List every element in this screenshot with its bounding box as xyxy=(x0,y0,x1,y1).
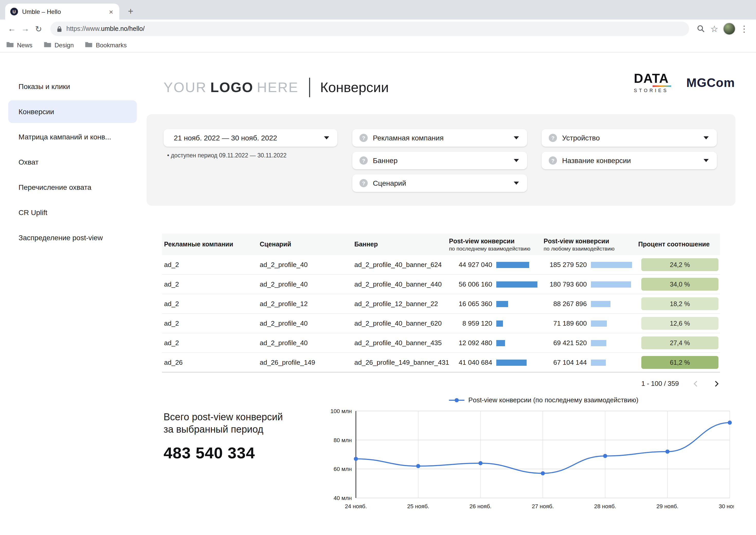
bookmark-item[interactable]: News xyxy=(6,41,32,49)
back-button[interactable]: ← xyxy=(5,22,18,36)
svg-text:30 нояб.: 30 нояб. xyxy=(719,503,734,510)
sidebar-item[interactable]: CR Uplift xyxy=(8,201,137,224)
pv-any: 88 267 896 xyxy=(542,300,636,308)
campaign-cell: ad_2 xyxy=(162,320,258,327)
pv-last-bar xyxy=(496,359,526,365)
filter-conversion-name-dropdown[interactable]: ?Название конверсии xyxy=(542,152,717,169)
chart-point xyxy=(665,450,670,454)
tab-favicon-icon: U xyxy=(10,8,18,15)
pv-any-value: 71 189 600 xyxy=(544,320,587,327)
pv-any-value: 88 267 896 xyxy=(544,300,587,308)
banner-cell: ad_2_profile_40_banner_435 xyxy=(352,339,447,347)
filter-banner-dropdown[interactable]: ?Баннер xyxy=(352,152,527,169)
pv-any: 69 421 520 xyxy=(542,339,636,347)
chevron-down-icon xyxy=(514,182,519,185)
campaign-cell: ad_26 xyxy=(162,358,258,366)
address-bar[interactable]: https://www.umble.no/hello/ xyxy=(50,22,689,36)
column-header: Рекламные компании xyxy=(162,241,258,248)
pv-last-value: 41 040 684 xyxy=(449,358,492,366)
browser-tab[interactable]: U Umble – Hello × xyxy=(5,4,119,19)
bookmark-star-icon[interactable]: ☆ xyxy=(708,22,721,36)
pv-last-value: 56 006 160 xyxy=(449,280,492,288)
sidebar-item[interactable]: Конверсии xyxy=(8,100,137,123)
pagination-range: 1 - 100 / 359 xyxy=(641,380,679,387)
chart-point xyxy=(354,457,358,461)
bookmark-item[interactable]: Bookmarks xyxy=(85,41,127,49)
table-row: ad_2ad_2_profile_40ad_2_profile_40_banne… xyxy=(162,275,720,294)
pv-any-value: 185 279 520 xyxy=(544,261,587,268)
percent-cell: 18,2 % xyxy=(636,297,720,310)
dropdown-label: Сценарий xyxy=(373,179,406,187)
logo-text-logo: LOGO xyxy=(210,79,253,96)
pv-any-value: 67 104 144 xyxy=(544,358,587,366)
percent-badge: 34,0 % xyxy=(641,278,718,291)
folder-icon xyxy=(44,41,51,49)
svg-text:80 млн: 80 млн xyxy=(334,437,352,443)
scenario-cell: ad_2_profile_40 xyxy=(258,280,352,288)
help-icon: ? xyxy=(360,179,368,187)
sidebar-item[interactable]: Матрица кампаний и конв... xyxy=(8,126,137,148)
banner-cell: ad_2_profile_12_banner_22 xyxy=(352,300,447,308)
pv-any-bar xyxy=(591,340,606,346)
chevron-down-icon xyxy=(514,136,519,139)
lock-icon xyxy=(57,25,62,32)
filter-panel: 21 нояб. 2022 — 30 нояб. 2022 • доступен… xyxy=(147,114,736,206)
page-content: Показы и кликиКонверсииМатрица кампаний … xyxy=(0,52,756,535)
logo-text-here: HERE xyxy=(257,79,299,96)
pv-last-bar xyxy=(496,262,529,268)
summary-total: 483 540 334 xyxy=(164,444,283,463)
filter-scenario-dropdown[interactable]: ?Сценарий xyxy=(352,174,527,192)
pv-any-bar xyxy=(591,262,632,268)
tab-strip: U Umble – Hello × + xyxy=(0,0,756,19)
filter-campaign-dropdown[interactable]: ?Рекламная компания xyxy=(352,129,527,147)
sidebar-item[interactable]: Заспределение post-view xyxy=(8,226,137,249)
svg-text:28 нояб.: 28 нояб. xyxy=(594,503,616,510)
percent-cell: 27,4 % xyxy=(636,336,720,349)
date-range-dropdown[interactable]: 21 нояб. 2022 — 30 нояб. 2022 xyxy=(164,129,338,147)
table-row: ad_2ad_2_profile_40ad_2_profile_40_banne… xyxy=(162,314,720,333)
bookmark-item[interactable]: Design xyxy=(44,41,74,49)
chart-point xyxy=(541,471,545,475)
tab-close-icon[interactable]: × xyxy=(108,8,114,16)
table-header: Рекламные компанииСценарийБаннерPost-vie… xyxy=(162,234,720,255)
pv-any-bar xyxy=(591,301,610,307)
table-row: ad_26ad_26_profile_149ad_26_profile_149_… xyxy=(162,353,720,373)
filter-device-dropdown[interactable]: ?Устройство xyxy=(542,129,717,147)
chevron-down-icon xyxy=(704,159,709,162)
column-header: Сценарий xyxy=(258,241,352,248)
dropdown-label: Название конверсии xyxy=(562,156,631,165)
sidebar-item[interactable]: Охват xyxy=(8,151,137,173)
chart-point xyxy=(478,461,483,465)
forward-button[interactable]: → xyxy=(18,22,32,36)
sidebar-item[interactable]: Перечисление охвата xyxy=(8,176,137,199)
banner-cell: ad_2_profile_40_banner_440 xyxy=(352,280,447,288)
svg-text:100 млн: 100 млн xyxy=(331,408,352,414)
pagination: 1 - 100 / 359 xyxy=(162,380,720,387)
browser-menu-icon[interactable]: ⋮ xyxy=(738,22,751,36)
summary-line-1: Всего post-view конверсий xyxy=(164,411,283,423)
sidebar-item[interactable]: Показы и клики xyxy=(8,75,137,98)
page-title: Конверсии xyxy=(320,79,389,96)
pv-last: 16 065 360 xyxy=(447,300,542,308)
profile-avatar[interactable] xyxy=(723,23,736,35)
page-header: YOUR LOGO HERE Конверсии xyxy=(164,71,389,104)
pagination-prev-icon[interactable] xyxy=(692,380,699,387)
pv-last: 56 006 160 xyxy=(447,280,542,288)
pv-any: 185 279 520 xyxy=(542,261,636,268)
header-divider xyxy=(309,78,310,97)
pv-last-value: 12 092 480 xyxy=(449,339,492,347)
percent-badge: 24,2 % xyxy=(641,258,718,271)
search-icon[interactable] xyxy=(694,22,708,36)
new-tab-button[interactable]: + xyxy=(123,4,138,18)
table-row: ad_2ad_2_profile_12ad_2_profile_12_banne… xyxy=(162,294,720,314)
pv-last: 44 927 040 xyxy=(447,261,542,268)
browser-window: U Umble – Hello × + ← → ↻ https://www.um… xyxy=(0,0,756,535)
column-header: Процент соотношение xyxy=(636,241,720,248)
svg-text:40 млн: 40 млн xyxy=(334,495,352,501)
percent-badge: 61,2 % xyxy=(641,356,718,369)
percent-cell: 34,0 % xyxy=(636,278,720,291)
pv-any: 71 189 600 xyxy=(542,320,636,327)
scenario-cell: ad_2_profile_40 xyxy=(258,261,352,268)
pagination-next-icon[interactable] xyxy=(713,380,720,387)
reload-button[interactable]: ↻ xyxy=(32,22,45,36)
